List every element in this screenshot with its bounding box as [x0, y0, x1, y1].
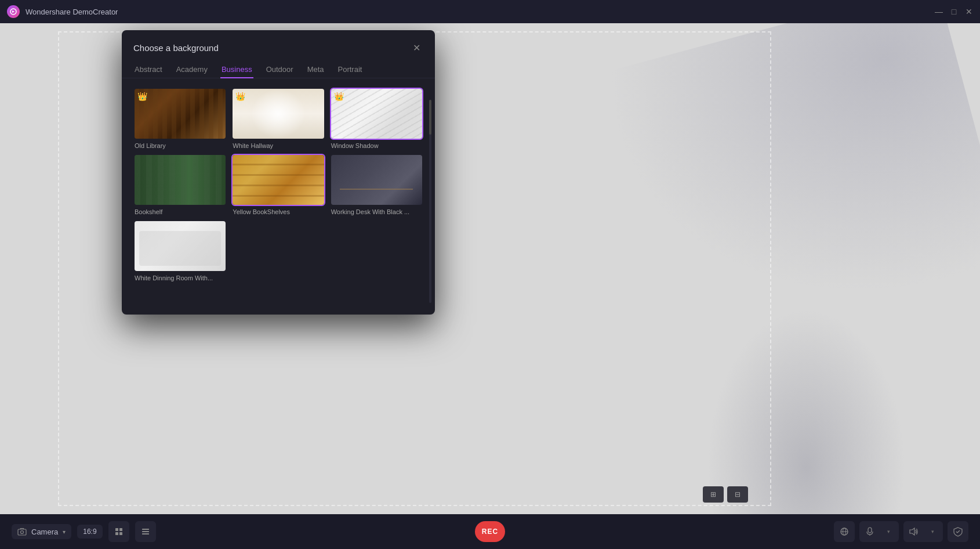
tab-academy[interactable]: Academy [175, 62, 209, 78]
bg-thumb-yellow-bookshelves [231, 154, 325, 206]
svg-rect-7 [142, 529, 149, 530]
speaker-control-group: ▾ [903, 521, 943, 542]
camera-select-arrow: ▾ [63, 529, 66, 535]
app-title: Wondershare DemoCreator [26, 8, 118, 16]
premium-badge-shadow: 👑 [334, 92, 344, 101]
speaker-button[interactable] [905, 522, 923, 541]
thumb-library-img [135, 89, 226, 139]
svg-rect-3 [115, 528, 118, 531]
premium-badge-hallway: 👑 [235, 92, 245, 101]
bg-label-white-hallway: White Hallway [231, 142, 325, 149]
background-item-white-dining[interactable]: White Dinning Room With... [133, 220, 227, 281]
svg-rect-1 [18, 529, 26, 535]
tab-meta[interactable]: Meta [306, 62, 325, 78]
bg-label-white-dining: White Dinning Room With... [133, 274, 227, 281]
speaker-chevron-button[interactable]: ▾ [923, 522, 942, 541]
speaker-icon [909, 528, 919, 536]
background-item-working-desk[interactable]: Working Desk With Black ... [330, 154, 423, 215]
bg-thumb-window-shadow: 👑 [330, 88, 423, 140]
mic-icon [866, 527, 874, 536]
dialog-overlay: Choose a background ✕ Abstract Academy B… [0, 23, 980, 514]
window-controls: — □ ✕ [935, 8, 973, 16]
tab-abstract[interactable]: Abstract [133, 62, 164, 78]
globe-icon [840, 527, 849, 536]
thumb-yellow-shelves-img [233, 155, 324, 205]
svg-rect-13 [868, 528, 872, 533]
mic-chevron-button[interactable]: ▾ [879, 522, 898, 541]
camera-select[interactable]: Camera ▾ [12, 524, 71, 539]
svg-rect-8 [142, 531, 149, 532]
main-area: ⊞ ⊟ Choose a background ✕ Abstract Acade… [0, 23, 980, 514]
svg-rect-4 [119, 528, 122, 531]
svg-rect-5 [115, 532, 118, 535]
background-item-old-library[interactable]: 👑 Old Library [133, 88, 227, 149]
shield-icon [953, 526, 963, 537]
svg-rect-9 [142, 533, 149, 534]
thumb-dining-img [135, 221, 226, 271]
list-icon [141, 527, 150, 536]
bg-label-old-library: Old Library [133, 142, 227, 149]
modal-title: Choose a background [133, 43, 219, 53]
mic-control-group: ▾ [859, 521, 899, 542]
tab-business[interactable]: Business [220, 62, 253, 78]
background-item-window-shadow[interactable]: 👑 Window Shadow [330, 88, 423, 149]
rec-button[interactable]: REC [475, 521, 505, 542]
grid-icon [114, 527, 124, 536]
app-logo [7, 5, 20, 18]
tab-outdoor[interactable]: Outdoor [265, 62, 295, 78]
bg-thumb-white-hallway: 👑 [231, 88, 325, 140]
settings-button[interactable] [948, 521, 968, 542]
mic-button[interactable] [861, 522, 879, 541]
preview-area: ⊞ ⊟ Choose a background ✕ Abstract Acade… [0, 23, 980, 514]
camera-icon [17, 527, 27, 536]
tab-portrait[interactable]: Portrait [337, 62, 364, 78]
bg-label-working-desk: Working Desk With Black ... [330, 208, 423, 215]
ratio-button[interactable]: 16:9 [77, 525, 102, 539]
modal-close-button[interactable]: ✕ [409, 41, 423, 55]
modal-header: Choose a background ✕ [122, 30, 435, 62]
bg-label-bookshelf: Bookshelf [133, 208, 227, 215]
premium-badge-library: 👑 [137, 92, 147, 101]
bg-thumb-bookshelf [133, 154, 227, 206]
choose-background-dialog: Choose a background ✕ Abstract Academy B… [122, 30, 435, 315]
bg-thumb-old-library: 👑 [133, 88, 227, 140]
background-grid: 👑 Old Library 👑 White Hallway [133, 88, 423, 281]
modal-scrollbar[interactable] [429, 100, 431, 303]
camera-select-label: Camera [31, 528, 58, 536]
background-tabs: Abstract Academy Business Outdoor Meta P… [122, 62, 435, 78]
bg-thumb-white-dining [133, 220, 227, 272]
svg-rect-6 [119, 532, 122, 535]
list-view-button[interactable] [135, 521, 156, 542]
network-button[interactable] [834, 521, 855, 542]
thumb-hallway-img [233, 89, 324, 139]
bg-thumb-working-desk [330, 154, 423, 206]
background-grid-container: 👑 Old Library 👑 White Hallway [122, 78, 435, 315]
bg-label-yellow-bookshelves: Yellow BookShelves [231, 208, 325, 215]
bottom-toolbar: Camera ▾ 16:9 REC [0, 514, 980, 549]
thumb-shadow-img [331, 89, 422, 139]
bg-label-window-shadow: Window Shadow [330, 142, 423, 149]
title-bar: Wondershare DemoCreator — □ ✕ [0, 0, 980, 23]
background-item-white-hallway[interactable]: 👑 White Hallway [231, 88, 325, 149]
close-button[interactable]: ✕ [965, 8, 973, 16]
svg-marker-15 [910, 528, 914, 535]
maximize-button[interactable]: □ [950, 8, 958, 16]
grid-view-button[interactable] [108, 521, 129, 542]
thumb-working-desk-img [331, 155, 422, 205]
background-item-bookshelf[interactable]: Bookshelf [133, 154, 227, 215]
background-item-yellow-bookshelves[interactable]: Yellow BookShelves [231, 154, 325, 215]
right-controls: ▾ ▾ [828, 521, 968, 542]
thumb-bookshelf-img [135, 155, 226, 205]
minimize-button[interactable]: — [935, 8, 943, 16]
svg-point-2 [21, 531, 24, 534]
scroll-thumb [429, 100, 431, 135]
